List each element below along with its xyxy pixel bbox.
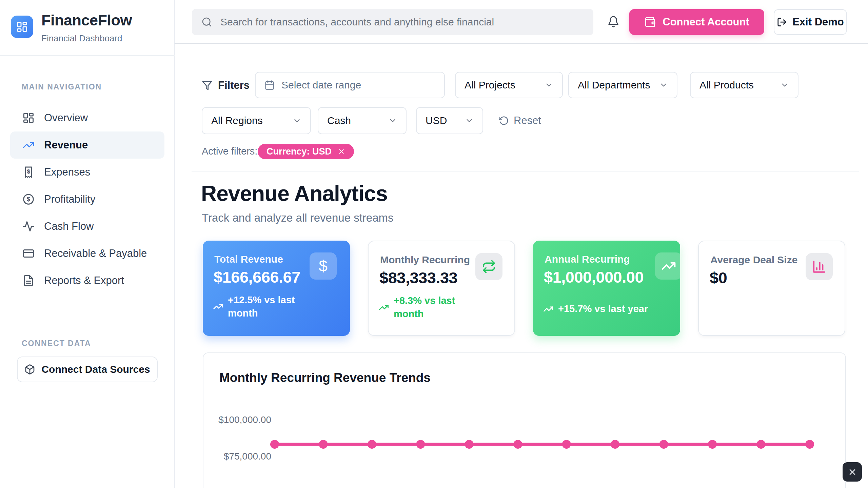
trending-up-icon xyxy=(543,304,553,314)
sidebar-item-revenue[interactable]: Revenue xyxy=(10,131,164,159)
products-dropdown-value: All Products xyxy=(699,79,754,91)
page-title: Revenue Analytics xyxy=(201,181,388,206)
svg-text:$: $ xyxy=(27,168,30,175)
bar-chart-icon xyxy=(812,260,826,274)
section-divider xyxy=(192,171,859,171)
main-navigation-label: MAIN NAVIGATION xyxy=(22,82,102,92)
date-range-input[interactable]: Select date range xyxy=(255,72,445,98)
filters-label: Filters xyxy=(218,79,250,92)
notifications-button[interactable] xyxy=(603,11,624,33)
sidebar-item-overview[interactable]: Overview xyxy=(10,104,164,131)
metric-label: Monthly Recurring xyxy=(380,254,470,266)
sidebar-item-label: Cash Flow xyxy=(44,220,94,232)
metric-value: $166,666.67 xyxy=(214,268,300,286)
chart-data-point[interactable] xyxy=(708,440,717,449)
reset-filters-button[interactable]: Reset xyxy=(499,111,541,130)
connect-data-label: CONNECT DATA xyxy=(22,339,91,348)
svg-text:$: $ xyxy=(27,196,30,203)
sidebar-item-reports-export[interactable]: Reports & Export xyxy=(10,267,164,294)
topbar: Connect Account Exit Demo xyxy=(175,0,868,44)
chip-label: Currency: USD xyxy=(267,146,332,157)
sidebar-item-profitability[interactable]: $ Profitability xyxy=(10,186,164,213)
date-range-placeholder: Select date range xyxy=(281,79,361,91)
floating-close-button[interactable] xyxy=(843,462,862,482)
products-dropdown[interactable]: All Products xyxy=(690,72,798,98)
cube-icon xyxy=(24,364,35,375)
cash-dropdown[interactable]: Cash xyxy=(318,107,407,134)
logout-icon xyxy=(777,17,787,27)
metric-value: $83,333.33 xyxy=(379,268,457,287)
app-title: FinanceFlow xyxy=(41,12,132,29)
currency-dropdown[interactable]: USD xyxy=(416,107,483,134)
sidebar-item-label: Profitability xyxy=(44,193,96,205)
metric-value: $0 xyxy=(710,268,727,287)
metric-icon-container xyxy=(655,252,680,280)
chart-data-point[interactable] xyxy=(757,440,766,449)
sidebar-item-receivable-payable[interactable]: Receivable & Payable xyxy=(10,240,164,267)
chart-data-point[interactable] xyxy=(270,440,279,449)
reset-label: Reset xyxy=(514,115,541,127)
chart-data-point[interactable] xyxy=(368,440,376,449)
metric-change-text: +12.5% vs last month xyxy=(228,293,306,320)
funnel-icon xyxy=(202,80,213,91)
chevron-down-icon xyxy=(293,116,301,125)
app-tagline: Financial Dashboard xyxy=(41,33,122,44)
departments-dropdown-value: All Departments xyxy=(578,79,650,91)
exit-demo-label: Exit Demo xyxy=(792,16,844,28)
trending-up-icon xyxy=(213,302,223,312)
sidebar-item-label: Revenue xyxy=(44,139,88,151)
global-search[interactable] xyxy=(192,9,593,35)
trending-up-icon xyxy=(379,302,389,312)
chart-data-point[interactable] xyxy=(611,440,619,449)
close-icon[interactable] xyxy=(338,148,345,155)
connect-data-sources-button[interactable]: Connect Data Sources xyxy=(17,357,158,382)
mrr-trends-chart-card: Monthly Recurring Revenue Trends $100,00… xyxy=(203,352,846,488)
regions-dropdown-value: All Regions xyxy=(211,115,263,126)
connect-data-sources-label: Connect Data Sources xyxy=(41,364,150,375)
active-filters-label: Active filters: xyxy=(202,146,257,157)
chart-data-point[interactable] xyxy=(319,440,328,449)
cash-dropdown-value: Cash xyxy=(327,115,351,126)
metric-icon-container: $ xyxy=(310,252,337,280)
projects-dropdown-value: All Projects xyxy=(465,79,515,91)
filters-heading: Filters xyxy=(202,78,250,93)
departments-dropdown[interactable]: All Departments xyxy=(568,72,677,98)
projects-dropdown[interactable]: All Projects xyxy=(455,72,563,98)
metric-card-average-deal-size: Average Deal Size $0 xyxy=(698,241,845,336)
chart-data-point[interactable] xyxy=(805,440,814,449)
trending-up-icon xyxy=(22,139,35,151)
metric-icon-container xyxy=(475,253,502,280)
metric-card-monthly-recurring: Monthly Recurring $83,333.33 +8.3% vs la… xyxy=(368,241,515,336)
connect-account-button[interactable]: Connect Account xyxy=(629,9,764,35)
active-filter-chip-currency[interactable]: Currency: USD xyxy=(258,144,354,159)
sidebar-item-expenses[interactable]: $ Expenses xyxy=(10,159,164,186)
metric-card-annual-recurring: Annual Recurring $1,000,000.00 +15.7% vs… xyxy=(533,241,680,336)
search-input[interactable] xyxy=(220,16,584,28)
regions-dropdown[interactable]: All Regions xyxy=(202,107,311,134)
sidebar-nav: Overview Revenue $ Expenses $ xyxy=(10,104,164,294)
trending-up-icon xyxy=(661,259,676,273)
sidebar-item-cash-flow[interactable]: Cash Flow xyxy=(10,213,164,240)
chart-data-point[interactable] xyxy=(513,440,522,449)
activity-icon xyxy=(22,220,35,232)
chart-data-point[interactable] xyxy=(659,440,668,449)
metric-change-text: +15.7% vs last year xyxy=(558,302,648,316)
chart-data-point[interactable] xyxy=(562,440,571,449)
metric-label: Total Revenue xyxy=(214,253,283,265)
receipt-icon: $ xyxy=(22,166,35,178)
sidebar-divider xyxy=(0,55,175,56)
sidebar-item-label: Expenses xyxy=(44,166,90,178)
bell-icon xyxy=(607,16,619,28)
chevron-down-icon xyxy=(388,116,397,125)
connect-account-label: Connect Account xyxy=(663,16,749,28)
metric-change: +8.3% vs last month xyxy=(379,294,472,321)
metric-icon-container xyxy=(806,253,833,280)
chart-data-point[interactable] xyxy=(416,440,425,449)
dollar-icon: $ xyxy=(319,258,328,274)
chart-data-point[interactable] xyxy=(465,440,474,449)
exit-demo-button[interactable]: Exit Demo xyxy=(774,9,847,35)
metric-label: Average Deal Size xyxy=(710,254,797,266)
dashboard-grid-icon xyxy=(16,21,28,33)
metric-card-total-revenue: Total Revenue $166,666.67 $ +12.5% vs la… xyxy=(203,241,350,336)
chevron-down-icon xyxy=(780,81,789,89)
